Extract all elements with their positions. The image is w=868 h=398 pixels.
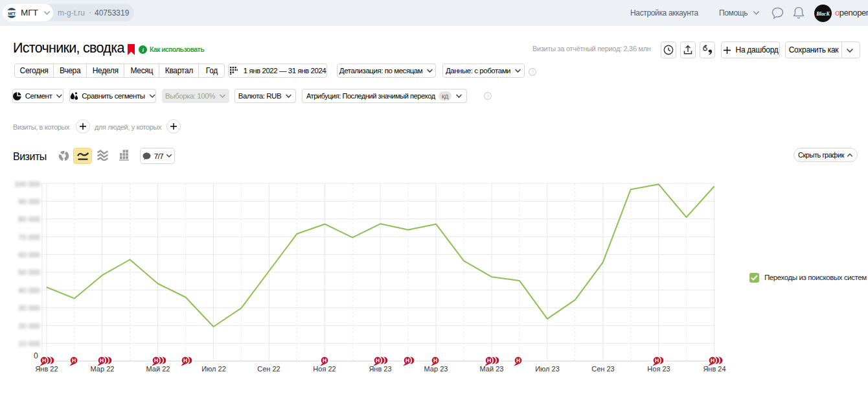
svg-text:Н: Н xyxy=(183,357,187,364)
svg-text:Н: Н xyxy=(433,357,437,364)
svg-text:?: ? xyxy=(486,93,490,99)
svg-text:Н: Н xyxy=(711,357,714,364)
svg-text:Н: Н xyxy=(516,357,520,364)
svg-text:Н: Н xyxy=(655,357,659,364)
svg-text:Н: Н xyxy=(405,357,409,364)
svg-text:?: ? xyxy=(531,69,534,75)
svg-text:Н: Н xyxy=(487,357,491,364)
svg-text:Н: Н xyxy=(72,357,76,364)
svg-text:BlacK: BlacK xyxy=(816,11,830,17)
svg-text:Н: Н xyxy=(42,357,46,364)
svg-text:МГТ: МГТ xyxy=(8,10,16,15)
svg-text:Н: Н xyxy=(100,357,104,364)
svg-text:Н: Н xyxy=(323,357,326,364)
svg-text:Н: Н xyxy=(376,357,380,364)
svg-text:Н: Н xyxy=(154,357,158,364)
